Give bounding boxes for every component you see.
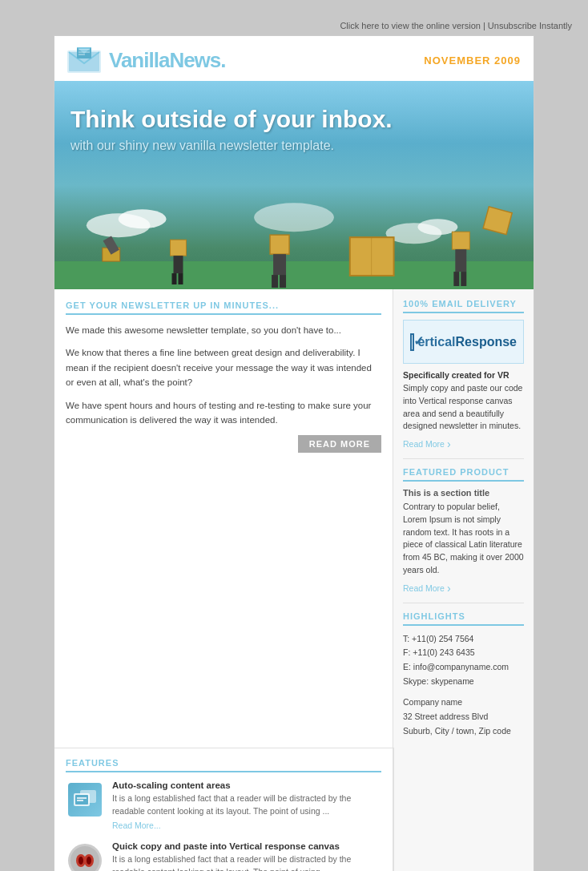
main-content: GET YOUR NEWSLETTER UP IN MINUTES... We … — [54, 289, 534, 748]
logo-text: VanillaNews. — [109, 48, 226, 73]
highlights-section: T: +11(0) 254 7564 F: +11(0) 243 6435 E:… — [403, 632, 524, 739]
features-row: FEATURES Auto-scaling content areas — [54, 748, 534, 871]
svg-rect-12 — [174, 256, 183, 273]
svg-point-34 — [87, 857, 91, 865]
feature-icon-2 — [66, 841, 104, 871]
email-wrapper: VanillaNews. NOVEMBER 2009 Think outside… — [54, 35, 534, 871]
top-bar: Click here to view the online version | … — [0, 16, 588, 35]
svg-rect-29 — [75, 795, 88, 804]
featured-section-title: This is a section title — [403, 488, 524, 498]
left-para-3: We have spent hours and hours of testing… — [66, 398, 381, 428]
left-column: GET YOUR NEWSLETTER UP IN MINUTES... We … — [54, 289, 393, 748]
hero-subtitle: with our shiny new vanilla newsletter te… — [70, 139, 518, 153]
svg-point-5 — [119, 209, 167, 228]
highlight-address: 32 Street address Blvd — [403, 710, 524, 724]
logo-area: VanillaNews. — [67, 47, 226, 73]
featured-description: Contrary to popular belief, Lorem Ipsum … — [403, 501, 524, 577]
feature-content-1: Auto-scaling content areas It is a long … — [112, 780, 381, 830]
vr-read-more[interactable]: Read More — [403, 438, 524, 450]
right-column: 100% EMAIL DELIVERY erticalResponse Spec… — [393, 289, 534, 748]
top-bar-text: Click here to view the online version | … — [340, 21, 572, 30]
featured-read-more[interactable]: Read More — [403, 582, 524, 595]
vr-logo-box: erticalResponse — [403, 320, 524, 364]
highlight-email: E: info@companyname.com — [403, 660, 524, 675]
svg-rect-15 — [270, 235, 289, 254]
svg-rect-14 — [178, 273, 183, 284]
svg-rect-16 — [273, 254, 286, 275]
svg-rect-17 — [272, 275, 278, 288]
hero-scene — [54, 193, 534, 289]
feature-item-2: Quick copy and paste into Vertical respo… — [66, 841, 381, 871]
feature-item-1: Auto-scaling content areas It is a long … — [66, 780, 381, 830]
header: VanillaNews. NOVEMBER 2009 — [54, 36, 534, 81]
highlight-skype: Skype: skypename — [403, 675, 524, 689]
bottom-right-spacer — [393, 748, 534, 871]
vr-check-icon — [410, 333, 414, 351]
read-more-button[interactable]: READ MORE — [298, 435, 381, 453]
svg-point-33 — [79, 857, 83, 865]
svg-rect-11 — [171, 240, 187, 256]
svg-rect-25 — [461, 272, 466, 286]
hero-banner: Think outside of your inbox. with our sh… — [54, 81, 534, 289]
features-title: FEATURES — [66, 758, 381, 772]
feature-title-2: Quick copy and paste into Vertical respo… — [112, 841, 381, 851]
svg-rect-26 — [483, 207, 512, 235]
svg-rect-13 — [172, 273, 177, 284]
highlight-location: Suburb, City / town, Zip code — [403, 724, 524, 739]
hero-title: Think outside of your inbox. — [70, 105, 518, 134]
read-more-container: READ MORE — [66, 435, 381, 453]
copy-icon — [68, 844, 102, 871]
highlight-fax: F: +11(0) 243 6435 — [403, 646, 524, 660]
feature-read-more-1[interactable]: Read More... — [112, 821, 381, 830]
feature-content-2: Quick copy and paste into Vertical respo… — [112, 841, 381, 871]
highlights-title: HIGHLIGHTS — [403, 611, 524, 626]
issue-date: NOVEMBER 2009 — [424, 54, 521, 67]
feature-icon-1 — [66, 780, 104, 819]
autoscale-icon — [68, 783, 102, 817]
left-para-1: We made this awesome newsletter template… — [66, 323, 381, 337]
svg-point-8 — [254, 203, 334, 232]
envelope-icon — [67, 47, 101, 73]
feature-title-1: Auto-scaling content areas — [112, 780, 381, 790]
highlight-company: Company name — [403, 696, 524, 710]
featured-title: FEATURED PRODUCT — [403, 467, 524, 482]
vr-logo-text: erticalResponse — [417, 335, 517, 349]
svg-rect-22 — [452, 232, 469, 249]
divider-2 — [403, 603, 524, 603]
svg-rect-24 — [453, 272, 459, 286]
vr-description-title: Specifically created for VR — [403, 370, 524, 380]
highlight-phone: T: +11(0) 254 7564 — [403, 632, 524, 647]
vr-description: Simply copy and paste our code into Vert… — [403, 382, 524, 433]
left-para-2: We know that theres a fine line between … — [66, 345, 381, 389]
features-section: FEATURES Auto-scaling content areas — [54, 748, 393, 871]
left-section-title: GET YOUR NEWSLETTER UP IN MINUTES... — [66, 300, 381, 315]
svg-rect-18 — [280, 275, 286, 288]
feature-desc-2: It is a long established fact that a rea… — [112, 853, 381, 871]
feature-desc-1: It is a long established fact that a rea… — [112, 792, 381, 818]
divider-1 — [403, 458, 524, 459]
svg-rect-23 — [455, 249, 466, 272]
email-delivery-title: 100% EMAIL DELIVERY — [403, 299, 524, 313]
